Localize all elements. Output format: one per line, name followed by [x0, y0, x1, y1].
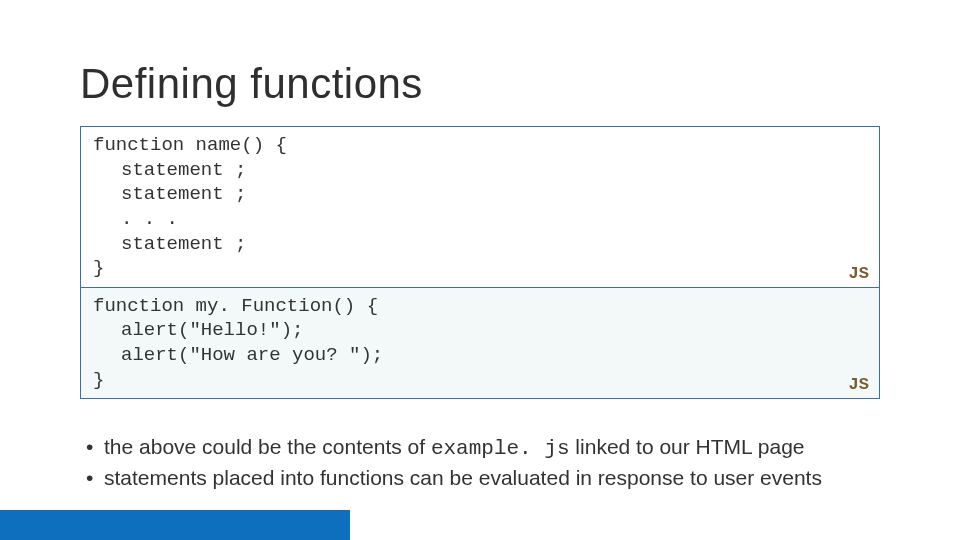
bullet-text: the above could be the contents of — [104, 435, 431, 458]
code-line: alert("How are you? "); — [93, 343, 867, 368]
language-badge: JS — [849, 375, 869, 394]
language-badge: JS — [849, 264, 869, 283]
code-line: statement ; — [93, 232, 867, 257]
bullet-item: statements placed into functions can be … — [80, 464, 880, 492]
bullet-text: linked to our HTML page — [570, 435, 805, 458]
code-line: statement ; — [93, 182, 867, 207]
page-title: Defining functions — [80, 60, 880, 108]
bullet-text: statements placed into functions can be … — [104, 466, 822, 489]
code-block: function name() {statement ;statement ;.… — [80, 126, 880, 288]
bullet-item: the above could be the contents of examp… — [80, 433, 880, 463]
code-line: function my. Function() { — [93, 294, 867, 319]
code-block: function my. Function() {alert("Hello!")… — [80, 287, 880, 400]
code-area: function name() {statement ;statement ;.… — [80, 126, 880, 399]
code-line: } — [93, 368, 867, 393]
code-line: statement ; — [93, 158, 867, 183]
slide: Defining functions function name() {stat… — [0, 0, 960, 540]
code-line: function name() { — [93, 133, 867, 158]
code-line: alert("Hello!"); — [93, 318, 867, 343]
code-line: } — [93, 256, 867, 281]
bullet-list: the above could be the contents of examp… — [80, 433, 880, 492]
footer-accent-bar — [0, 510, 350, 540]
code-line: . . . — [93, 207, 867, 232]
inline-code: example. js — [431, 437, 570, 460]
